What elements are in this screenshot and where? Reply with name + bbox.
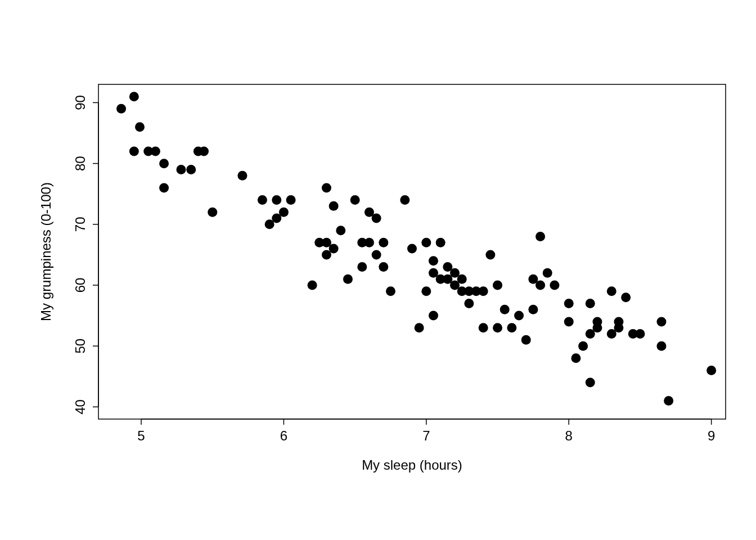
data-point [329, 244, 339, 254]
data-point [364, 238, 374, 248]
data-point [571, 353, 580, 363]
data-point [272, 195, 281, 205]
y-tick-label: 80 [73, 156, 88, 171]
data-point [357, 262, 367, 272]
data-point [135, 122, 145, 132]
y-tick-label: 90 [73, 95, 88, 110]
data-point [129, 92, 139, 101]
data-point [421, 238, 431, 248]
data-point [343, 274, 353, 284]
data-point [386, 286, 395, 296]
data-point [621, 292, 631, 302]
data-point [429, 311, 438, 321]
data-point [564, 317, 574, 326]
chart-container: 56789405060708090My sleep (hours)My grum… [0, 0, 756, 540]
data-point [656, 341, 666, 351]
data-point [592, 317, 602, 326]
data-point [564, 299, 574, 308]
data-point [635, 329, 645, 339]
x-tick-label: 5 [137, 428, 145, 443]
y-tick-label: 40 [73, 399, 88, 415]
data-point [176, 165, 186, 174]
data-point [464, 299, 474, 308]
data-point [372, 214, 381, 223]
data-point [550, 281, 559, 290]
data-point [607, 286, 616, 296]
data-point [407, 244, 417, 254]
data-point [479, 323, 488, 332]
data-point [208, 208, 217, 217]
data-point [372, 250, 381, 259]
x-axis-label: My sleep (hours) [362, 457, 462, 472]
data-point [279, 208, 289, 217]
scatter-chart: 56789405060708090My sleep (hours)My grum… [0, 0, 756, 540]
y-tick-label: 60 [73, 278, 88, 293]
x-tick-label: 9 [708, 428, 715, 443]
data-point [415, 323, 424, 332]
data-point [514, 311, 524, 321]
data-point [400, 195, 410, 205]
y-tick-label: 50 [73, 339, 88, 354]
data-point [479, 286, 488, 296]
data-point [336, 226, 345, 235]
data-point [536, 281, 545, 290]
data-point [286, 195, 296, 205]
data-point [322, 183, 331, 192]
data-point [543, 268, 552, 278]
data-point [429, 256, 438, 266]
data-point [436, 238, 446, 248]
data-point [151, 147, 160, 156]
data-point [159, 183, 169, 192]
x-tick-label: 8 [565, 428, 573, 443]
data-point [664, 396, 673, 406]
data-point [706, 366, 716, 375]
data-point [485, 250, 495, 259]
data-point [578, 341, 588, 351]
data-point [186, 165, 196, 174]
data-point [129, 147, 139, 156]
data-point [421, 286, 431, 296]
data-point [379, 262, 388, 272]
data-point [493, 323, 502, 332]
data-point [116, 104, 126, 114]
data-point [199, 147, 209, 156]
data-point [614, 323, 623, 332]
data-point [329, 201, 339, 211]
data-point [656, 317, 666, 326]
data-point [500, 305, 510, 314]
data-point [258, 195, 267, 205]
data-point [536, 232, 545, 241]
data-point [350, 195, 360, 205]
data-point [493, 281, 502, 290]
data-point [521, 335, 531, 345]
y-axis-label: My grumpiness (0-100) [38, 182, 53, 321]
data-point [586, 378, 595, 388]
y-tick-label: 70 [73, 217, 88, 232]
data-point [457, 274, 467, 284]
x-tick-label: 6 [280, 428, 287, 443]
data-point [308, 281, 317, 290]
x-tick-label: 7 [422, 428, 430, 443]
data-point [586, 299, 595, 308]
data-point [159, 159, 169, 168]
data-point [237, 171, 247, 181]
data-point [379, 238, 388, 248]
data-point [507, 323, 516, 332]
data-point [528, 305, 538, 314]
